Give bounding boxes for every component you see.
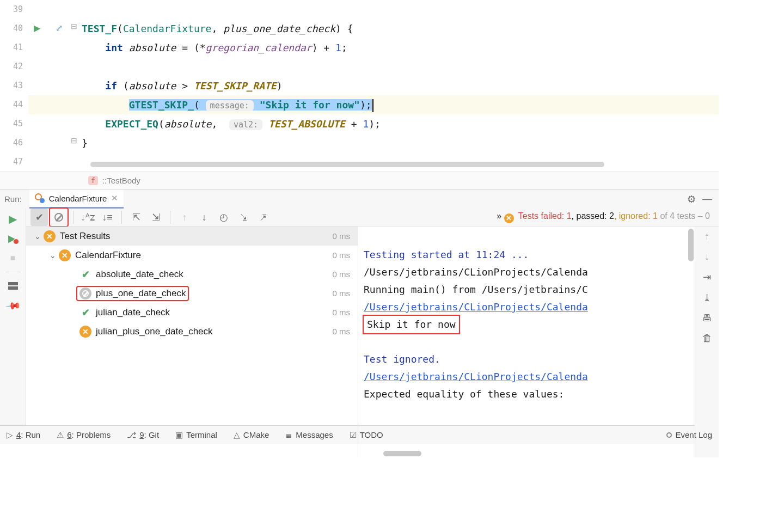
status-terminal-button[interactable]: ▣ Terminal	[175, 430, 217, 440]
run-test-gutter-icon[interactable]: ▶	[34, 23, 40, 33]
warn-status-icon: ✕	[44, 230, 56, 242]
run-tool-body: ▶ ▶ ■ 📌 ✔ ↓ᴬᴢ ↓≡ ⇱ ⇲ ↑ ↓ ◴ ⭸ ⭷ » ✕	[0, 209, 719, 425]
test-item[interactable]: ✕ julian_plus_one_date_check 0 ms	[26, 322, 358, 341]
messages-icon: ≣	[285, 430, 292, 440]
collapse-all-icon[interactable]: ⇲	[147, 209, 164, 226]
tree-suite[interactable]: ⌄ ✕ CalendarFixture 0 ms	[26, 246, 358, 265]
up-arrow-icon[interactable]: ↑	[705, 231, 709, 242]
terminal-icon: ▣	[175, 430, 183, 440]
gutter-icons: ▶ ⤢ ⊟ ⊟	[28, 0, 82, 172]
problems-icon: ⚠	[57, 430, 64, 440]
breadcrumb-text[interactable]: ::TestBody	[102, 176, 140, 185]
print-icon[interactable]: 🖶	[702, 313, 712, 324]
test-tree[interactable]: ⌄ ✕ Test Results 0 ms ⌄ ✕ CalendarFixtur…	[26, 227, 358, 457]
run-left-toolbar: ▶ ▶ ■ 📌	[0, 209, 26, 425]
settings-icon[interactable]: ⚙	[687, 193, 696, 205]
console-right-toolbar: ↑ ↓ ⇥ ⤓ 🖶 🗑	[695, 227, 719, 457]
editor-horizontal-scrollbar[interactable]	[90, 162, 604, 167]
gtest-icon	[35, 193, 45, 203]
close-tab-icon[interactable]: ✕	[111, 193, 118, 203]
run-icon[interactable]: ▶	[7, 213, 19, 225]
fold-end-icon[interactable]: ⊟	[71, 136, 77, 145]
show-passed-toggle[interactable]: ✔	[30, 209, 48, 226]
test-summary: » ✕ Tests failed: 1, passed: 2, ignored:…	[497, 211, 714, 223]
minimize-icon[interactable]: —	[702, 193, 712, 205]
status-problems-button[interactable]: ⚠ 6: Problems	[57, 430, 111, 440]
diff-gutter-icon[interactable]: ⤢	[56, 23, 63, 33]
breadcrumb-bar: f ::TestBody	[0, 172, 719, 189]
todo-icon: ☑	[350, 430, 357, 440]
line-gutter: 39 40 41 42 43 44 45 46 47	[0, 0, 28, 172]
run-tab-label: CalendarFixture	[49, 194, 107, 203]
scroll-to-end-icon[interactable]: ⤓	[703, 292, 711, 304]
console-output[interactable]: Testing started at 11:24 ... /Users/jetb…	[358, 227, 695, 457]
run-tab[interactable]: CalendarFixture ✕	[29, 189, 124, 209]
expand-all-icon[interactable]: ⇱	[127, 209, 145, 226]
editor-area: 39 40 41 42 43 44 45 46 47 ▶ ⤢ ⊟ ⊟ TEST_…	[0, 0, 719, 172]
code-editor[interactable]: TEST_F(CalendarFixture, plus_one_date_ch…	[82, 0, 719, 172]
layout-icon[interactable]	[7, 280, 19, 292]
git-branch-icon: ⎇	[127, 430, 136, 440]
show-ignored-toggle[interactable]	[50, 209, 68, 226]
soft-wrap-icon[interactable]: ⇥	[703, 271, 711, 283]
run-icon: ▷	[7, 430, 13, 440]
pass-status-icon: ✔	[79, 268, 91, 280]
export-icon[interactable]: ⭷	[254, 209, 272, 226]
pin-icon[interactable]: 📌	[4, 297, 21, 314]
sort-duration-icon[interactable]: ↓≡	[99, 209, 116, 226]
skip-status-icon	[79, 288, 91, 299]
status-cmake-button[interactable]: △ CMake	[234, 430, 270, 440]
test-item[interactable]: ✔ julian_date_check 0 ms	[26, 303, 358, 322]
down-arrow-icon[interactable]: ↓	[705, 251, 709, 262]
pass-status-icon: ✔	[79, 307, 91, 319]
stop-icon[interactable]: ■	[7, 252, 19, 264]
cmake-icon: △	[234, 430, 240, 440]
warn-status-icon: ✕	[79, 326, 91, 338]
tree-root[interactable]: ⌄ ✕ Test Results 0 ms	[26, 227, 358, 246]
test-toolbar: ✔ ↓ᴬᴢ ↓≡ ⇱ ⇲ ↑ ↓ ◴ ⭸ ⭷ » ✕ Tests failed:…	[26, 209, 719, 227]
status-git-button[interactable]: ⎇ 9: Git	[127, 430, 159, 440]
console-vertical-scrollbar[interactable]	[688, 229, 694, 261]
function-badge-icon: f	[88, 176, 98, 185]
import-icon[interactable]: ⭸	[235, 209, 252, 226]
run-label: Run:	[4, 194, 22, 204]
chevron-down-icon[interactable]: ⌄	[32, 232, 44, 241]
next-failed-icon[interactable]: ↓	[195, 209, 213, 226]
test-item[interactable]: ✔ absolute_date_check 0 ms	[26, 265, 358, 284]
sort-alpha-icon[interactable]: ↓ᴬᴢ	[79, 209, 96, 226]
history-icon[interactable]: ◴	[215, 209, 232, 226]
run-tool-header: Run: CalendarFixture ✕ ⚙ —	[0, 189, 719, 209]
fail-summary-icon: ✕	[504, 213, 514, 223]
clear-icon[interactable]: 🗑	[702, 333, 712, 344]
status-messages-button[interactable]: ≣ Messages	[285, 430, 333, 440]
prev-failed-icon[interactable]: ↑	[176, 209, 193, 226]
fold-start-icon[interactable]: ⊟	[71, 22, 77, 30]
status-run-button[interactable]: ▷ 4: Run	[7, 430, 40, 440]
rerun-failed-icon[interactable]: ▶	[7, 233, 19, 244]
console-horizontal-scrollbar[interactable]	[383, 451, 421, 456]
test-item-highlighted[interactable]: plus_one_date_check 0 ms	[26, 284, 358, 303]
warn-status-icon: ✕	[59, 249, 71, 261]
chevron-down-icon[interactable]: ⌄	[47, 251, 59, 260]
